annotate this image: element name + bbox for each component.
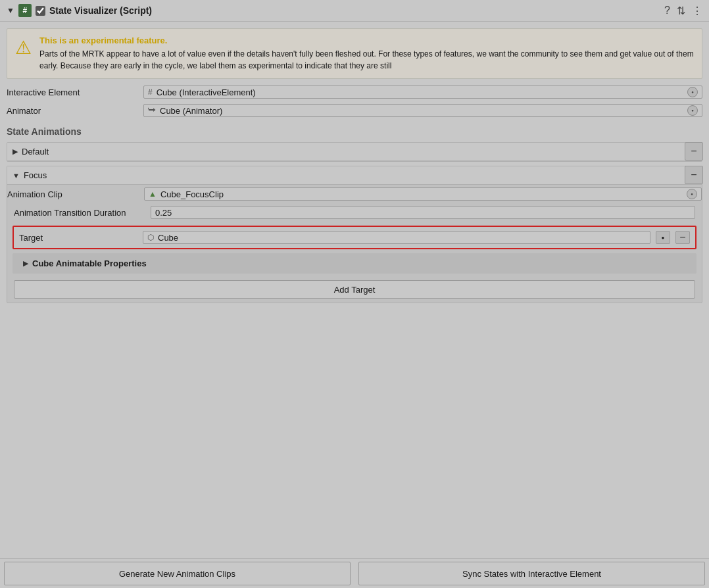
interactive-element-row: Interactive Element # Cube (InteractiveE… [0, 83, 709, 101]
animator-value: Cube (Animator) [160, 106, 683, 116]
animator-row: Animator ⮩ Cube (Animator) [0, 101, 709, 120]
bottom-bar: Generate New Animation Clips Sync States… [0, 558, 709, 588]
animation-clip-row: Animation Clip ▲ Cube_FocusClip [7, 185, 702, 203]
collapse-arrow-icon[interactable]: ▼ [7, 6, 14, 15]
help-icon[interactable]: ? [664, 5, 670, 16]
target-value: Cube [158, 233, 646, 243]
settings-icon[interactable]: ⇅ [677, 5, 685, 17]
default-group: ▶ Default [7, 142, 702, 162]
warning-body: Parts of the MRTK appear to have a lot o… [39, 48, 694, 72]
focus-group-title: Focus [24, 170, 47, 180]
generate-clips-btn[interactable]: Generate New Animation Clips [4, 562, 351, 585]
focus-group-wrapper: ▼ Focus Animation Clip ▲ Cube_FocusClip … [7, 166, 702, 303]
warning-triangle-icon: ⚠ [15, 37, 32, 59]
animation-transition-value: 0.25 [155, 208, 172, 218]
experimental-warning: ⚠ This is an experimental feature. Parts… [7, 28, 702, 79]
target-cube-icon: ⬡ [147, 233, 154, 242]
warning-title: This is an experimental feature. [39, 36, 694, 45]
enabled-checkbox[interactable] [36, 6, 45, 16]
interactive-element-hash-icon: # [148, 87, 153, 97]
animation-clip-picker-btn[interactable] [687, 189, 697, 199]
default-arrow-icon: ▶ [12, 147, 18, 156]
warning-text-block: This is an experimental feature. Parts o… [39, 36, 694, 72]
interactive-element-label: Interactive Element [7, 87, 138, 97]
focus-arrow-icon: ▼ [12, 172, 20, 180]
inspector-panel: ▼ # State Visualizer (Script) ? ⇅ ⋮ ⚠ Th… [0, 0, 709, 303]
animatable-title: Cube Animatable Properties [32, 258, 147, 268]
default-group-title: Default [22, 147, 49, 157]
animation-clip-input[interactable]: ▲ Cube_FocusClip [144, 187, 702, 201]
animatable-properties-header[interactable]: ▶ Cube Animatable Properties [12, 253, 697, 274]
sync-states-btn[interactable]: Sync States with Interactive Element [358, 562, 705, 585]
focus-minus-btn[interactable]: − [685, 166, 703, 184]
animation-transition-input[interactable]: 0.25 [151, 206, 695, 219]
more-icon[interactable]: ⋮ [692, 5, 702, 17]
default-minus-btn[interactable]: − [685, 142, 703, 160]
animation-transition-label: Animation Transition Duration [14, 208, 145, 218]
target-section: Target ⬡ Cube ● − [12, 226, 697, 249]
component-title: State Visualizer (Script) [49, 5, 660, 16]
animator-icon: ⮩ [148, 106, 156, 115]
animation-clip-value: Cube_FocusClip [160, 189, 683, 199]
script-hash-icon: # [18, 4, 32, 17]
interactive-element-input[interactable]: # Cube (InteractiveElement) [143, 86, 702, 99]
add-target-row: Add Target [7, 276, 702, 303]
header-bar: ▼ # State Visualizer (Script) ? ⇅ ⋮ [0, 0, 709, 22]
target-row: Target ⬡ Cube ● − [19, 231, 690, 244]
animation-clip-label: Animation Clip [7, 189, 139, 199]
focus-group: ▼ Focus Animation Clip ▲ Cube_FocusClip … [7, 166, 702, 303]
interactive-element-picker-btn[interactable] [687, 87, 698, 97]
state-animations-title: State Animations [7, 126, 82, 137]
animator-label: Animator [7, 106, 138, 116]
state-animations-section: State Animations [0, 120, 709, 139]
add-target-btn[interactable]: Add Target [14, 280, 695, 299]
animator-input[interactable]: ⮩ Cube (Animator) [143, 104, 702, 117]
target-picker-btn[interactable]: ● [656, 231, 670, 244]
focus-group-header[interactable]: ▼ Focus [7, 166, 702, 185]
default-group-wrapper: ▶ Default − [7, 142, 702, 162]
animator-picker-btn[interactable] [687, 105, 698, 116]
animatable-arrow-icon: ▶ [23, 259, 28, 268]
default-group-header[interactable]: ▶ Default [7, 143, 702, 161]
interactive-element-value: Cube (InteractiveElement) [157, 87, 683, 97]
animation-clip-icon: ▲ [149, 189, 157, 199]
target-label: Target [19, 233, 137, 243]
header-actions: ? ⇅ ⋮ [664, 5, 702, 17]
target-minus-btn[interactable]: − [675, 231, 690, 244]
animation-transition-row: Animation Transition Duration 0.25 [7, 203, 702, 222]
target-input[interactable]: ⬡ Cube [143, 231, 650, 244]
